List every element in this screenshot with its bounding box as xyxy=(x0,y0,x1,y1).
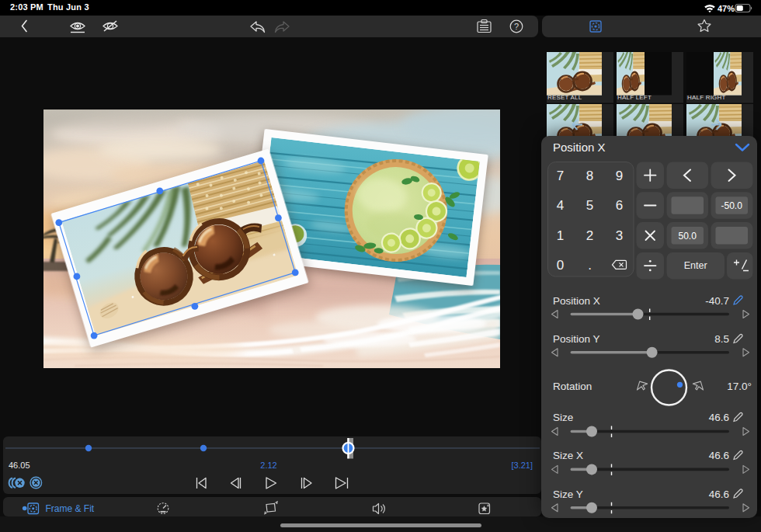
svg-text:Rotation: Rotation xyxy=(553,381,592,392)
svg-text:Position Y: Position Y xyxy=(553,333,600,345)
svg-text:Position X: Position X xyxy=(553,295,600,307)
svg-text:46.6: 46.6 xyxy=(709,489,729,500)
svg-text:[3.21]: [3.21] xyxy=(511,461,533,470)
svg-text:46.05: 46.05 xyxy=(9,461,30,470)
svg-text:?: ? xyxy=(514,22,519,31)
svg-text:-40.7: -40.7 xyxy=(705,295,729,307)
svg-text:17.0°: 17.0° xyxy=(727,381,752,392)
svg-text:Size: Size xyxy=(553,412,573,423)
svg-text:HALF RIGHT: HALF RIGHT xyxy=(687,94,726,101)
svg-text:46.6: 46.6 xyxy=(709,412,729,423)
svg-text:RESET ALL: RESET ALL xyxy=(547,94,582,101)
svg-text:46.6: 46.6 xyxy=(709,450,729,461)
svg-text:Size X: Size X xyxy=(553,450,583,461)
svg-text:47%: 47% xyxy=(718,4,735,13)
svg-text:8.5: 8.5 xyxy=(714,333,729,345)
svg-text:Size Y: Size Y xyxy=(553,489,583,500)
svg-text:2.12: 2.12 xyxy=(260,461,276,470)
svg-text:Frame & Fit: Frame & Fit xyxy=(46,502,95,513)
svg-text:HALF LEFT: HALF LEFT xyxy=(617,94,652,101)
